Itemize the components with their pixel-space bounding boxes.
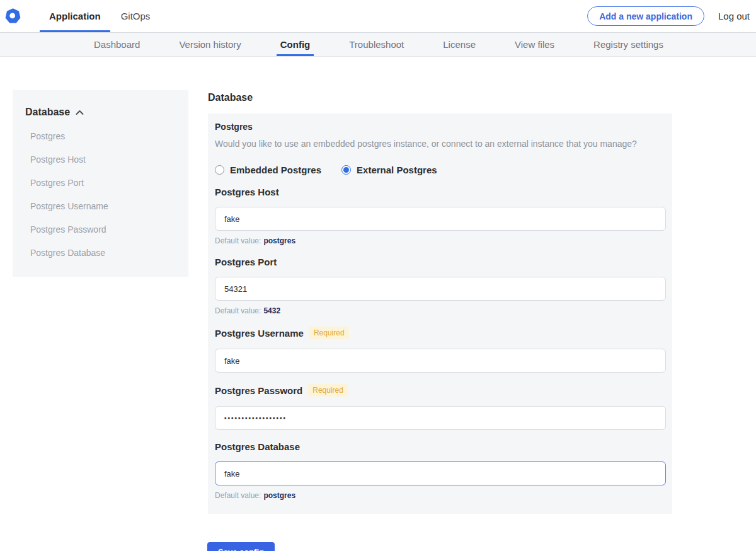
- postgres-host-input[interactable]: [215, 207, 666, 231]
- radio-external-label: External Postgres: [357, 165, 437, 175]
- database-config-panel: Postgres Would you like to use an embedd…: [208, 113, 672, 514]
- top-nav: Application GitOps Add a new application…: [0, 0, 756, 33]
- sidebar-item-postgres-host[interactable]: Postgres Host: [25, 154, 176, 165]
- field-label-postgres-username: Postgres Username: [215, 328, 304, 339]
- field-label-postgres-password: Postgres Password: [215, 385, 302, 396]
- config-main: Database Postgres Would you like to use …: [208, 57, 672, 551]
- page-title: Database: [208, 92, 672, 103]
- field-postgres-username: Postgres Username Required: [215, 327, 666, 373]
- postgres-database-input[interactable]: [215, 461, 666, 485]
- add-new-application-button[interactable]: Add a new application: [587, 6, 704, 26]
- subnav-item-dashboard[interactable]: Dashboard: [90, 33, 144, 56]
- tab-application[interactable]: Application: [40, 0, 110, 32]
- radio-external-postgres[interactable]: External Postgres: [341, 165, 437, 175]
- field-label-postgres-port: Postgres Port: [215, 257, 277, 267]
- sidebar-item-postgres-database[interactable]: Postgres Database: [25, 248, 176, 258]
- chevron-up-icon: [76, 110, 84, 115]
- tab-gitops[interactable]: GitOps: [112, 0, 160, 32]
- subnav-item-license[interactable]: License: [439, 33, 479, 56]
- subnav-item-config[interactable]: Config: [277, 33, 314, 56]
- save-config-button[interactable]: Save config: [207, 542, 275, 551]
- postgres-mode-radio-group: Embedded Postgres External Postgres: [215, 165, 666, 175]
- subnav-item-version-history[interactable]: Version history: [175, 33, 244, 56]
- subnav-item-registry-settings[interactable]: Registry settings: [590, 33, 667, 56]
- postgres-port-input[interactable]: [215, 277, 666, 301]
- sidebar-item-list: Postgres Postgres Host Postgres Port Pos…: [25, 131, 176, 258]
- config-sidebar: Database Postgres Postgres Host Postgres…: [13, 90, 188, 277]
- app-subnav: Dashboard Version history Config Trouble…: [0, 33, 756, 57]
- sidebar-item-postgres-username[interactable]: Postgres Username: [25, 201, 176, 211]
- radio-embedded-label: Embedded Postgres: [230, 165, 321, 175]
- app-logo-icon: [5, 8, 21, 24]
- default-value-helper: Default value:postgres: [215, 236, 666, 245]
- postgres-password-input[interactable]: [215, 406, 666, 430]
- field-postgres-password: Postgres Password Required: [215, 384, 666, 430]
- sidebar-item-postgres-password[interactable]: Postgres Password: [25, 224, 176, 235]
- sidebar-group-database[interactable]: Database: [25, 107, 176, 118]
- postgres-group-label: Postgres: [215, 122, 666, 132]
- required-badge: Required: [309, 327, 349, 339]
- radio-unchecked-icon: [215, 165, 224, 175]
- default-value-text: postgres: [263, 236, 295, 245]
- logout-link[interactable]: Log out: [718, 11, 750, 21]
- default-value-helper: Default value:5432: [215, 306, 666, 315]
- postgres-username-input[interactable]: [215, 349, 666, 373]
- content-area: Database Postgres Postgres Host Postgres…: [0, 57, 756, 551]
- default-value-text: 5432: [263, 306, 280, 315]
- sidebar-item-postgres[interactable]: Postgres: [25, 131, 176, 141]
- required-badge: Required: [308, 384, 348, 397]
- field-label-postgres-database: Postgres Database: [215, 441, 300, 452]
- default-value-text: postgres: [263, 491, 295, 500]
- subnav-item-troubleshoot[interactable]: Troubleshoot: [345, 33, 408, 56]
- default-value-label: Default value:: [215, 491, 261, 500]
- subnav-item-view-files[interactable]: View files: [511, 33, 558, 56]
- postgres-group-help-text: Would you like to use an embedded postgr…: [215, 139, 666, 149]
- field-postgres-port: Postgres Port Default value:5432: [215, 257, 666, 315]
- radio-embedded-postgres[interactable]: Embedded Postgres: [215, 165, 321, 175]
- top-tabs: Application GitOps: [40, 0, 161, 32]
- sidebar-group-label: Database: [25, 107, 70, 118]
- top-nav-right: Add a new application Log out: [587, 0, 756, 32]
- field-postgres-database: Postgres Database Default value:postgres: [215, 441, 666, 500]
- default-value-label: Default value:: [215, 236, 261, 245]
- default-value-label: Default value:: [215, 306, 261, 315]
- field-label-postgres-host: Postgres Host: [215, 187, 279, 197]
- default-value-helper: Default value:postgres: [215, 491, 666, 500]
- radio-checked-icon: [341, 165, 351, 175]
- app-logo[interactable]: [5, 0, 21, 32]
- field-postgres-host: Postgres Host Default value:postgres: [215, 187, 666, 245]
- sidebar-item-postgres-port[interactable]: Postgres Port: [25, 178, 176, 188]
